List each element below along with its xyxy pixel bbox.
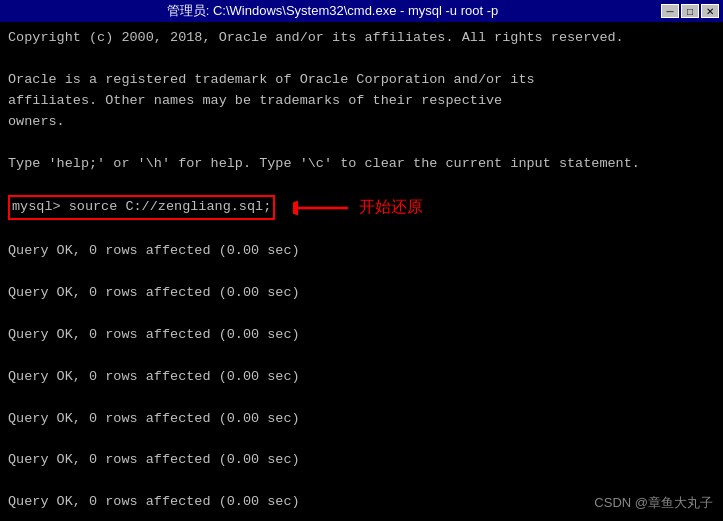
query-line: Query OK, 0 rows affected (0.00 sec) [8, 325, 715, 346]
terminal-window: 管理员: C:\Windows\System32\cmd.exe - mysql… [0, 0, 723, 521]
arrow-icon [293, 197, 353, 219]
oracle-line-3: owners. [8, 112, 715, 133]
oracle-line-2: affiliates. Other names may be trademark… [8, 91, 715, 112]
oracle-line-1: Oracle is a registered trademark of Orac… [8, 70, 715, 91]
close-button[interactable]: ✕ [701, 4, 719, 18]
query-line: Query OK, 0 rows affected (0.00 sec) [8, 283, 715, 304]
query-line: Query OK, 0 rows affected (0.00 sec) [8, 367, 715, 388]
annotation-text: 开始还原 [359, 195, 423, 220]
prompt-row: mysql> source C://zengliang.sql; 开始还原 [8, 195, 715, 220]
console-output: Copyright (c) 2000, 2018, Oracle and/or … [0, 22, 723, 521]
title-bar-controls: ─ □ ✕ [661, 4, 719, 18]
help-line: Type 'help;' or '\h' for help. Type '\c'… [8, 154, 715, 175]
query-line: Query OK, 0 rows affected (0.00 sec) [8, 241, 715, 262]
query-lines: Query OK, 0 rows affected (0.00 sec)Quer… [8, 220, 715, 513]
restore-button[interactable]: □ [681, 4, 699, 18]
title-bar-text: 管理员: C:\Windows\System32\cmd.exe - mysql… [4, 2, 661, 20]
title-bar: 管理员: C:\Windows\System32\cmd.exe - mysql… [0, 0, 723, 22]
copyright-line: Copyright (c) 2000, 2018, Oracle and/or … [8, 28, 715, 49]
minimize-button[interactable]: ─ [661, 4, 679, 18]
prompt-command: mysql> source C://zengliang.sql; [8, 195, 275, 220]
query-line: Query OK, 0 rows affected (0.00 sec) [8, 450, 715, 471]
watermark: CSDN @章鱼大丸子 [594, 493, 713, 513]
arrow-annotation: 开始还原 [293, 195, 423, 220]
query-line: Query OK, 0 rows affected (0.00 sec) [8, 409, 715, 430]
